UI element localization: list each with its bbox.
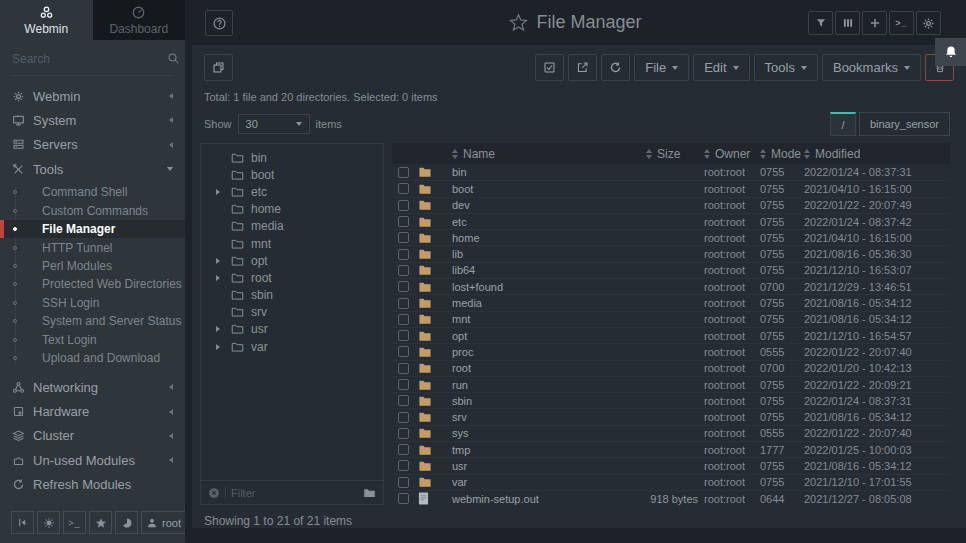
file-name[interactable]: lost+found bbox=[452, 281, 646, 293]
tree-item-home[interactable]: home bbox=[201, 201, 383, 218]
sidebar-subitem-protected-web-directories[interactable]: Protected Web Directories bbox=[0, 275, 185, 293]
row-checkbox[interactable] bbox=[398, 412, 409, 423]
sidebar-subitem-perl-modules[interactable]: Perl Modules bbox=[0, 257, 185, 275]
row-checkbox[interactable] bbox=[398, 265, 409, 276]
table-row[interactable]: lost+found root:root 0700 2021/12/29 - 1… bbox=[392, 278, 950, 294]
collapse-sidebar-button[interactable] bbox=[11, 511, 34, 534]
paste-buffer-button[interactable] bbox=[204, 54, 233, 81]
row-checkbox[interactable] bbox=[398, 395, 409, 406]
clear-filter-icon[interactable] bbox=[208, 487, 220, 499]
file-name[interactable]: srv bbox=[452, 411, 646, 423]
help-button[interactable] bbox=[205, 10, 233, 36]
file-name[interactable]: bin bbox=[452, 166, 646, 178]
file-name[interactable]: proc bbox=[452, 346, 646, 358]
row-checkbox[interactable] bbox=[398, 493, 409, 504]
sidebar-item-servers[interactable]: Servers bbox=[0, 133, 185, 157]
column-header-mode[interactable]: Mode bbox=[760, 147, 804, 161]
expand-arrow-icon[interactable] bbox=[216, 344, 220, 350]
file-name[interactable]: tmp bbox=[452, 444, 646, 456]
expand-arrow-icon[interactable] bbox=[216, 275, 220, 281]
page-size-select[interactable]: 30 bbox=[238, 114, 310, 134]
notifications-popover[interactable] bbox=[935, 38, 966, 66]
row-checkbox[interactable] bbox=[398, 298, 409, 309]
root-path-button[interactable]: / bbox=[830, 112, 856, 136]
edit-menu-button[interactable]: Edit bbox=[693, 54, 749, 81]
expand-arrow-icon[interactable] bbox=[216, 258, 220, 264]
tree-item-srv[interactable]: srv bbox=[201, 304, 383, 321]
sidebar-subitem-ssh-login[interactable]: SSH Login bbox=[0, 294, 185, 312]
sidebar-item-refresh-modules[interactable]: Refresh Modules bbox=[0, 472, 185, 496]
sidebar-item-networking[interactable]: Networking bbox=[0, 375, 185, 399]
row-checkbox[interactable] bbox=[398, 314, 409, 325]
file-name[interactable]: sys bbox=[452, 427, 646, 439]
table-row[interactable]: opt root:root 0755 2021/12/10 - 16:54:57 bbox=[392, 327, 950, 343]
table-row[interactable]: etc root:root 0755 2022/01/24 - 08:37:42 bbox=[392, 213, 950, 229]
path-query-box[interactable]: binary_sensor bbox=[859, 112, 950, 136]
search-input[interactable] bbox=[12, 52, 167, 66]
tree-item-bin[interactable]: bin bbox=[201, 149, 383, 166]
file-name[interactable]: lib bbox=[452, 248, 646, 260]
column-header-size[interactable]: Size bbox=[646, 147, 704, 161]
table-row[interactable]: boot root:root 0755 2021/04/10 - 16:15:0… bbox=[392, 180, 950, 196]
table-row[interactable]: home root:root 0755 2021/04/10 - 16:15:0… bbox=[392, 229, 950, 245]
filter-button[interactable] bbox=[808, 11, 833, 35]
sidebar-subitem-custom-commands[interactable]: Custom Commands bbox=[0, 202, 185, 220]
tree-item-root[interactable]: root bbox=[201, 269, 383, 286]
column-header-modified[interactable]: Modified bbox=[804, 147, 950, 161]
row-checkbox[interactable] bbox=[398, 444, 409, 455]
sidebar-item-webmin[interactable]: Webmin bbox=[0, 84, 185, 108]
tree-item-etc[interactable]: etc bbox=[201, 183, 383, 200]
row-checkbox[interactable] bbox=[398, 216, 409, 227]
refresh-button[interactable] bbox=[601, 54, 630, 81]
expand-arrow-icon[interactable] bbox=[216, 326, 220, 332]
sidebar-subitem-http-tunnel[interactable]: HTTP Tunnel bbox=[0, 238, 185, 256]
sidebar-subitem-upload-and-download[interactable]: Upload and Download bbox=[0, 349, 185, 367]
row-checkbox[interactable] bbox=[398, 477, 409, 488]
tree-item-mnt[interactable]: mnt bbox=[201, 235, 383, 252]
row-checkbox[interactable] bbox=[398, 330, 409, 341]
sidebar-subitem-text-login[interactable]: Text Login bbox=[0, 330, 185, 348]
select-all-button[interactable] bbox=[535, 54, 564, 81]
tree-item-media[interactable]: media bbox=[201, 218, 383, 235]
expand-arrow-icon[interactable] bbox=[216, 189, 220, 195]
tree-item-sbin[interactable]: sbin bbox=[201, 287, 383, 304]
star-outline-icon[interactable] bbox=[509, 13, 528, 32]
bookmarks-menu-button[interactable]: Bookmarks bbox=[822, 54, 921, 81]
table-row[interactable]: lib root:root 0755 2021/08/16 - 05:36:30 bbox=[392, 245, 950, 261]
tree-item-usr[interactable]: usr bbox=[201, 321, 383, 338]
file-name[interactable]: var bbox=[452, 476, 646, 488]
table-row[interactable]: srv root:root 0755 2021/08/16 - 05:34:12 bbox=[392, 408, 950, 424]
row-checkbox[interactable] bbox=[398, 167, 409, 178]
file-name[interactable]: media bbox=[452, 297, 646, 309]
columns-button[interactable] bbox=[835, 11, 860, 35]
sidebar-item-tools[interactable]: Tools bbox=[0, 157, 185, 181]
file-name[interactable]: lib64 bbox=[452, 264, 646, 276]
table-row[interactable]: root root:root 0700 2022/01/20 - 10:42:1… bbox=[392, 360, 950, 376]
folder-icon[interactable] bbox=[363, 487, 376, 499]
table-row[interactable]: mnt root:root 0755 2021/08/16 - 05:34:12 bbox=[392, 311, 950, 327]
theme-toggle-button[interactable] bbox=[37, 511, 60, 534]
table-row[interactable]: bin root:root 0755 2022/01/24 - 08:37:31 bbox=[392, 164, 950, 180]
table-row[interactable]: run root:root 0755 2022/01/22 - 20:09:21 bbox=[392, 376, 950, 392]
table-row[interactable]: tmp root:root 1777 2022/01/25 - 10:00:03 bbox=[392, 441, 950, 457]
sidebar-item-cluster[interactable]: Cluster bbox=[0, 424, 185, 448]
row-checkbox[interactable] bbox=[398, 346, 409, 357]
row-checkbox[interactable] bbox=[398, 460, 409, 471]
row-checkbox[interactable] bbox=[398, 281, 409, 292]
stats-button[interactable] bbox=[115, 511, 138, 534]
file-name[interactable]: opt bbox=[452, 330, 646, 342]
sidebar-subitem-command-shell[interactable]: Command Shell bbox=[0, 183, 185, 201]
table-row[interactable]: var root:root 0755 2021/12/10 - 17:01:55 bbox=[392, 474, 950, 490]
sidebar-subitem-file-manager[interactable]: File Manager bbox=[0, 220, 185, 238]
row-checkbox[interactable] bbox=[398, 249, 409, 260]
table-row[interactable]: sbin root:root 0755 2022/01/24 - 08:37:3… bbox=[392, 392, 950, 408]
row-checkbox[interactable] bbox=[398, 200, 409, 211]
export-button[interactable] bbox=[568, 54, 597, 81]
file-name[interactable]: home bbox=[452, 232, 646, 244]
terminal-button[interactable]: >_ bbox=[889, 11, 914, 35]
terminal-shortcut-button[interactable]: >_ bbox=[63, 511, 86, 534]
sidebar-item-system[interactable]: System bbox=[0, 108, 185, 132]
table-row[interactable]: webmin-setup.out 918 bytes root:root 064… bbox=[392, 490, 950, 506]
table-row[interactable]: usr root:root 0755 2021/08/16 - 05:34:12 bbox=[392, 457, 950, 473]
file-name[interactable]: etc bbox=[452, 216, 646, 228]
